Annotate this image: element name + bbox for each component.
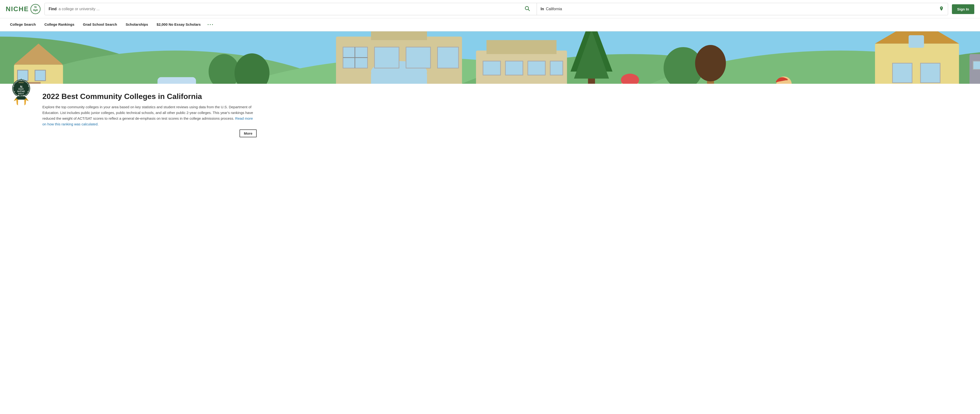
main-content: · 2022 · N NICHE BEST COLLEGES 2022 Best…: [0, 84, 980, 144]
hero-illustration: [0, 32, 980, 84]
svg-rect-55: [550, 61, 563, 75]
search-find-section: Find: [45, 3, 537, 15]
svg-marker-104: [16, 100, 18, 105]
svg-rect-54: [528, 61, 546, 75]
nav-college-rankings[interactable]: College Rankings: [40, 19, 79, 30]
svg-text:N: N: [34, 5, 37, 9]
svg-point-93: [14, 91, 15, 92]
svg-point-90: [27, 91, 28, 92]
search-location-section: In: [537, 3, 948, 15]
nav-college-search[interactable]: College Search: [6, 19, 40, 30]
svg-rect-31: [158, 77, 196, 84]
svg-rect-41: [371, 32, 427, 40]
svg-rect-76: [892, 63, 912, 83]
in-label: In: [541, 7, 544, 11]
search-input[interactable]: [59, 7, 520, 11]
svg-rect-45: [374, 47, 399, 68]
more-button[interactable]: More: [240, 129, 257, 137]
svg-point-88: [26, 82, 27, 82]
find-label: Find: [49, 7, 57, 11]
page-description: Explore the top community colleges in yo…: [42, 104, 257, 127]
svg-marker-105: [24, 100, 26, 105]
svg-rect-77: [921, 63, 940, 83]
sign-in-button[interactable]: Sign In: [952, 4, 974, 14]
svg-point-62: [695, 45, 726, 81]
logo-text: NICHE: [6, 5, 29, 13]
svg-rect-74: [875, 44, 959, 84]
svg-rect-79: [908, 35, 924, 48]
header: NICHE N Find In: [0, 0, 980, 18]
nav-scholarships[interactable]: Scholarships: [121, 19, 153, 30]
content-text: 2022 Best Community Colleges in Californ…: [42, 91, 974, 137]
search-bar: Find In: [45, 3, 948, 15]
main-nav: College Search College Rankings Grad Sch…: [0, 18, 980, 32]
page-title: 2022 Best Community Colleges in Californ…: [42, 92, 974, 101]
svg-rect-81: [973, 61, 980, 70]
svg-rect-51: [487, 40, 557, 54]
hero-banner: [0, 32, 980, 84]
search-button[interactable]: [522, 6, 533, 13]
niche-best-colleges-badge: · 2022 · N NICHE BEST COLLEGES: [6, 77, 37, 108]
svg-text:N: N: [20, 85, 22, 89]
svg-text:BEST: BEST: [18, 92, 24, 95]
svg-point-89: [28, 86, 29, 87]
badge-container: · 2022 · N NICHE BEST COLLEGES: [6, 77, 37, 108]
search-icon: [525, 6, 530, 11]
nav-grad-school-search[interactable]: Grad School Search: [79, 19, 121, 30]
svg-point-94: [13, 86, 14, 87]
svg-rect-46: [406, 47, 431, 68]
svg-line-3: [528, 9, 530, 11]
logo-icon: N: [30, 4, 41, 14]
svg-rect-47: [438, 47, 458, 68]
location-input[interactable]: [546, 7, 937, 11]
svg-rect-53: [506, 61, 523, 75]
svg-point-95: [16, 82, 17, 82]
nav-more-button[interactable]: ···: [205, 18, 216, 31]
nav-no-essay[interactable]: $2,000 No Essay Scholars: [153, 19, 205, 30]
svg-marker-101: [16, 96, 27, 100]
description-text: Explore the top community colleges in yo…: [42, 105, 253, 121]
location-icon: [939, 6, 944, 13]
svg-text:· 2022 ·: · 2022 ·: [17, 81, 25, 84]
more-button-container: More: [42, 129, 257, 137]
pin-icon: [939, 6, 944, 11]
logo[interactable]: NICHE N: [6, 4, 41, 14]
svg-point-4: [941, 7, 942, 8]
svg-text:NICHE: NICHE: [18, 90, 25, 92]
svg-rect-52: [483, 61, 501, 75]
svg-point-87: [21, 80, 22, 81]
